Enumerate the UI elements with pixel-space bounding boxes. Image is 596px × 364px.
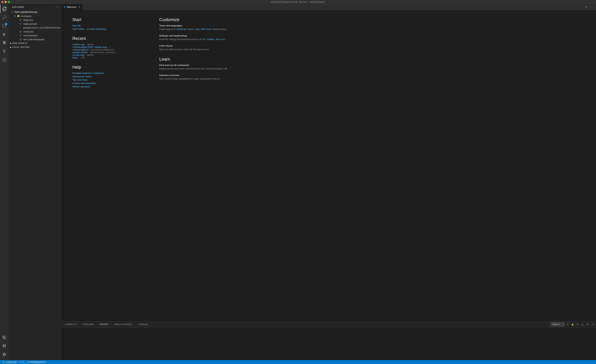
tips-and-tricks-link[interactable]: Tips and Tricks: [72, 79, 145, 81]
color-theme-title: Color theme: [159, 44, 232, 47]
output-source-dropdown[interactable]: Tasks ▾: [551, 322, 565, 327]
recent-more-line: More... (^R): [72, 56, 145, 59]
settings-icon[interactable]: [0, 350, 8, 359]
recent-parquet-viewer[interactable]: parquet-viewer: [72, 51, 88, 54]
output-source-label: Tasks: [552, 323, 558, 326]
panel-close-icon[interactable]: ✕: [590, 322, 595, 327]
product-documentation-link[interactable]: Product documentation: [72, 82, 145, 85]
sidebar-more-actions[interactable]: ···: [55, 5, 60, 9]
traffic-lights[interactable]: [1, 1, 10, 3]
recent-item-parquet-viewer: parquet-viewer ~/github/vscode_extension…: [72, 51, 145, 54]
tree-item-workspace[interactable]: ▼ 📁 workspace: [8, 14, 62, 18]
chevron-down-icon: ▼: [14, 15, 17, 17]
panel-lock-icon[interactable]: 🔒: [570, 322, 575, 327]
sync-status-item[interactable]: ↓1 ↑1: [18, 360, 25, 364]
sidebar-tree: ▼ TEST (WORKSPACE) ▼ 📁 workspace {} larg…: [8, 10, 62, 360]
panel-scroll-up-icon[interactable]: ▲: [580, 322, 585, 327]
panel-area: COMMENTS PROBLEMS OUTPUT DEBUG CONSOLE T…: [62, 321, 596, 360]
open-folder-link[interactable]: Open folder...: [72, 28, 86, 30]
vim-link[interactable]: Vim: [202, 38, 206, 41]
tab-close-button[interactable]: ✕: [78, 6, 81, 8]
json-file-icon: {}: [20, 19, 23, 21]
tab-comments[interactable]: COMMENTS: [62, 321, 80, 328]
file-label: parquet-tools-1.12.0-SNAPSHOT.jar: [23, 26, 60, 29]
recent-more-shortcut: (^R): [81, 57, 85, 59]
remote-icon[interactable]: [0, 333, 8, 342]
recent-modularuplynk[interactable]: modularuplynk [SSH: dasher-test]: [72, 46, 107, 48]
php-link[interactable]: PHP: [201, 28, 205, 30]
tab-bar: ■ Welcome ✕ ⎘ ···: [62, 4, 596, 10]
azure-link[interactable]: Azure: [206, 28, 211, 30]
tab-terminal[interactable]: TERMINAL: [135, 321, 151, 328]
tools-languages-desc: Install support for JavaScript, Python, …: [159, 28, 232, 31]
split-editor-button[interactable]: ⎘: [584, 4, 589, 9]
recent-modularuplynk2[interactable]: modularuplynk2: [72, 48, 89, 51]
json-file-icon: {}: [20, 30, 23, 33]
tree-item-jar[interactable]: ▪ parquet-tools-1.12.0-SNAPSHOT.jar: [8, 26, 62, 29]
file-label: large.parquet: [23, 22, 37, 25]
sidebar-section-local-history[interactable]: ▶ LOCAL HISTORY: [8, 45, 62, 49]
tree-item-small-json[interactable]: {} small.json: [8, 29, 62, 34]
app-body: 2 EXPLORER ·: [0, 4, 596, 360]
java-link[interactable]: Java: [195, 28, 200, 30]
recent-more-link[interactable]: More...: [72, 56, 80, 59]
maximize-button[interactable]: [8, 1, 10, 3]
testing-icon[interactable]: [0, 47, 8, 56]
tree-item-small-parquet[interactable]: ≡ small.parquet: [8, 34, 62, 37]
pr-icon: ⎇: [26, 361, 29, 363]
more-actions-button[interactable]: ···: [590, 4, 595, 9]
close-button[interactable]: [1, 1, 4, 3]
minimize-button[interactable]: [5, 1, 7, 3]
jar-file-icon: ▪: [20, 26, 23, 29]
workspace-root[interactable]: ▼ TEST (WORKSPACE): [8, 10, 62, 14]
recent-modern-cpp[interactable]: modern-cpp: [72, 43, 85, 46]
help-section: Help Printable keyboard cheatsheet Intro…: [72, 65, 145, 88]
atom-link[interactable]: Atom: [216, 38, 221, 41]
run-debug-icon[interactable]: [0, 30, 8, 39]
tree-item-workspace-file[interactable]: {} test.code-workspace: [8, 37, 62, 41]
panel-copy-icon[interactable]: ⧉: [575, 322, 580, 327]
clone-repo-link[interactable]: clone repository...: [89, 28, 108, 30]
panel-scroll-down-icon[interactable]: ▼: [585, 322, 590, 327]
introductory-videos-link[interactable]: Introductory videos: [72, 75, 145, 78]
activity-bar: 2: [0, 4, 8, 360]
extensions-icon[interactable]: [0, 39, 8, 47]
branch-status-item[interactable]: ⚡ custom-api*: [1, 360, 18, 364]
panel-list-icon[interactable]: ☰: [566, 322, 570, 327]
sublime-link[interactable]: Sublime: [207, 38, 215, 41]
file-label: small.json: [23, 30, 34, 33]
keyboard-cheatsheet-link[interactable]: Printable keyboard cheatsheet: [72, 72, 145, 74]
search-icon[interactable]: [0, 13, 8, 22]
tree-item-large-json[interactable]: {} large.json: [8, 18, 62, 22]
tab-label: Welcome: [67, 6, 76, 8]
recent-parquet-viewer-path: ~/github/vscode_extensions: [89, 51, 115, 54]
welcome-grid: Start New file Open folder... or clone r…: [72, 17, 232, 94]
find-run-commands-desc: Rapidly access and search commands from …: [159, 67, 232, 70]
pr-status-item[interactable]: ⎇ Pull Request #12: [25, 360, 47, 364]
tab-output[interactable]: OUTPUT: [97, 321, 111, 328]
recent-item-modularuplynk2: modularuplynk2 /Users/dyitzchaki/project…: [72, 48, 145, 51]
explorer-icon[interactable]: [0, 5, 8, 13]
settings-keybindings-item: Settings and keybindings Install the set…: [159, 34, 232, 41]
new-file-link[interactable]: New file: [72, 24, 145, 27]
learn-section: Learn Find and run all commands Rapidly …: [159, 57, 232, 80]
git-history-icon[interactable]: [0, 56, 8, 64]
source-control-icon[interactable]: 2: [0, 22, 8, 30]
tab-welcome[interactable]: ■ Welcome ✕: [62, 4, 83, 10]
tab-bar-right-actions: ⎘ ···: [584, 4, 596, 9]
more-link[interactable]: m...: [224, 28, 228, 30]
tab-debug-console[interactable]: DEBUG CONSOLE: [111, 321, 135, 328]
panel-content: [62, 328, 596, 360]
javascript-link[interactable]: JavaScript: [176, 28, 186, 30]
recent-item-modularuplynk: modularuplynk [SSH: dasher-test] ~: [72, 46, 145, 48]
account-icon[interactable]: [0, 342, 8, 350]
github-repository-link[interactable]: GitHub repository: [72, 85, 145, 88]
help-heading: Help: [72, 65, 145, 70]
tab-problems[interactable]: PROBLEMS: [80, 321, 97, 328]
tree-item-large-parquet[interactable]: ≡ large.parquet: [8, 22, 62, 26]
recent-vscode-bug[interactable]: vscode-bug: [72, 54, 84, 56]
settings-keybindings-desc: Install the settings and keyboard shortc…: [159, 38, 232, 41]
sidebar-section-npm[interactable]: ▶ NPM SCRIPTS: [8, 41, 62, 45]
recent-modularuplynk-path: ~: [108, 46, 109, 48]
sidebar: EXPLORER ··· ▼ TEST (WORKSPACE) ▼ 📁 work…: [8, 4, 62, 360]
